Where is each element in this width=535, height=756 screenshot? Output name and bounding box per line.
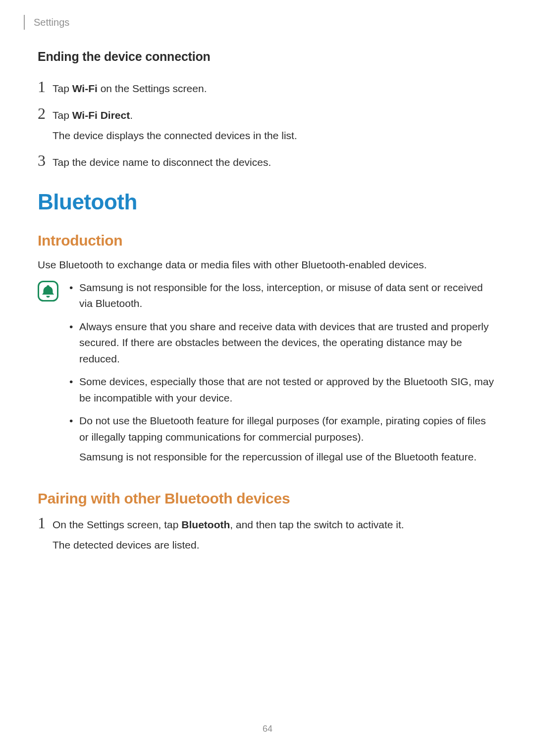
bullet-text: Some devices, especially those that are … bbox=[79, 374, 497, 406]
step-bold: Bluetooth bbox=[181, 519, 230, 530]
note-list: • Samsung is not responsible for the los… bbox=[65, 280, 497, 472]
step-pre: Tap bbox=[53, 109, 72, 121]
header-tick: Settings bbox=[24, 15, 69, 30]
bullet-main: Do not use the Bluetooth feature for ill… bbox=[79, 415, 486, 443]
step-text: On the Settings screen, tap Bluetooth, a… bbox=[53, 515, 497, 553]
ordered-list-ending: 1 Tap Wi-Fi on the Settings screen. 2 Ta… bbox=[38, 79, 497, 170]
bullet-text: Samsung is not responsible for the loss,… bbox=[79, 280, 497, 312]
step-number: 1 bbox=[38, 79, 53, 95]
note-icon-wrap bbox=[38, 280, 65, 302]
list-item: • Do not use the Bluetooth feature for i… bbox=[69, 413, 497, 465]
page-content: Ending the device connection 1 Tap Wi-Fi… bbox=[38, 50, 497, 562]
list-item: 2 Tap Wi-Fi Direct. The device displays … bbox=[38, 105, 497, 144]
step-subtext: The device displays the connected device… bbox=[53, 128, 497, 144]
step-number: 3 bbox=[38, 152, 53, 168]
list-item: • Always ensure that you share and recei… bbox=[69, 319, 497, 367]
bullet-text: Do not use the Bluetooth feature for ill… bbox=[79, 413, 497, 465]
subsection-heading-introduction: Introduction bbox=[38, 232, 497, 249]
step-pre: Tap bbox=[53, 83, 72, 94]
bell-icon bbox=[38, 281, 58, 302]
subsection-heading-pairing: Pairing with other Bluetooth devices bbox=[38, 490, 497, 507]
step-text: Tap Wi-Fi on the Settings screen. bbox=[53, 79, 497, 97]
bullet-trail: Samsung is not responsible for the reper… bbox=[79, 449, 497, 465]
list-item: • Some devices, especially those that ar… bbox=[69, 374, 497, 406]
subsection-heading-ending: Ending the device connection bbox=[38, 50, 497, 64]
intro-paragraph: Use Bluetooth to exchange data or media … bbox=[38, 257, 497, 273]
step-subtext: The detected devices are listed. bbox=[53, 537, 497, 553]
step-pre: Tap the device name to disconnect the de… bbox=[53, 156, 271, 168]
note-block: • Samsung is not responsible for the los… bbox=[38, 280, 497, 472]
bullet-dot-icon: • bbox=[69, 374, 79, 390]
bullet-dot-icon: • bbox=[69, 319, 79, 335]
page-header: Settings bbox=[24, 15, 69, 30]
step-post: , and then tap the switch to activate it… bbox=[230, 519, 404, 530]
list-item: 1 On the Settings screen, tap Bluetooth,… bbox=[38, 515, 497, 553]
page-number: 64 bbox=[0, 724, 535, 734]
step-text: Tap the device name to disconnect the de… bbox=[53, 152, 497, 170]
step-number: 2 bbox=[38, 105, 53, 121]
list-item: • Samsung is not responsible for the los… bbox=[69, 280, 497, 312]
manual-page: Settings Ending the device connection 1 … bbox=[0, 0, 535, 756]
step-post: . bbox=[130, 109, 133, 121]
ordered-list-pairing: 1 On the Settings screen, tap Bluetooth,… bbox=[38, 515, 497, 553]
step-post: on the Settings screen. bbox=[98, 83, 207, 94]
bullet-dot-icon: • bbox=[69, 280, 79, 296]
step-pre: On the Settings screen, tap bbox=[53, 519, 181, 530]
section-title-bluetooth: Bluetooth bbox=[38, 190, 497, 214]
list-item: 3 Tap the device name to disconnect the … bbox=[38, 152, 497, 170]
list-item: 1 Tap Wi-Fi on the Settings screen. bbox=[38, 79, 497, 97]
step-text: Tap Wi-Fi Direct. The device displays th… bbox=[53, 105, 497, 144]
header-section-label: Settings bbox=[34, 17, 69, 28]
step-bold: Wi-Fi Direct bbox=[72, 109, 130, 121]
step-bold: Wi-Fi bbox=[72, 83, 98, 94]
bullet-text: Always ensure that you share and receive… bbox=[79, 319, 497, 367]
step-number: 1 bbox=[38, 515, 53, 531]
bullet-dot-icon: • bbox=[69, 413, 79, 429]
